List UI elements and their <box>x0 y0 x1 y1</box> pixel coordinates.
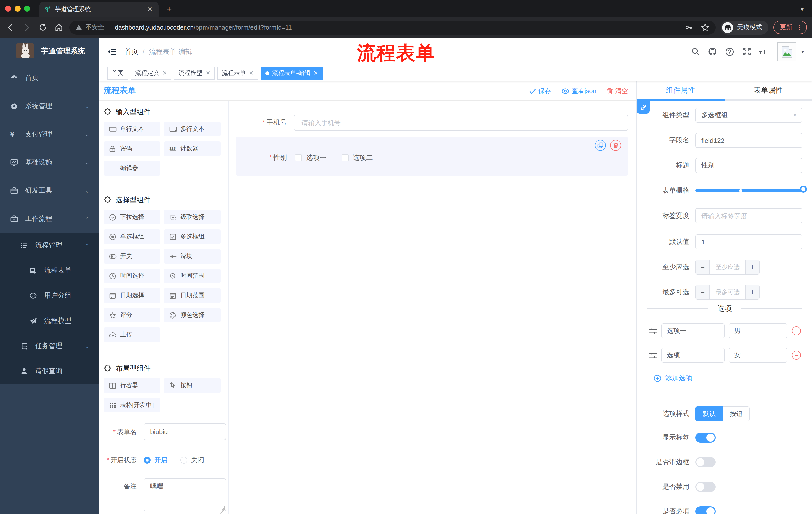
plus-icon[interactable]: ＋ <box>745 285 759 299</box>
tab-close-icon[interactable]: ✕ <box>146 5 154 13</box>
window-zoom-button[interactable] <box>24 5 30 11</box>
border-switch[interactable] <box>695 457 716 467</box>
title-input[interactable] <box>695 158 803 173</box>
forward-icon[interactable] <box>21 22 32 33</box>
help-icon[interactable] <box>725 47 734 56</box>
canvas-field-gender-selected[interactable]: *性别 选项一 选项二 <box>236 137 628 175</box>
view-json-button[interactable]: 查看json <box>561 86 597 95</box>
option-label-input[interactable] <box>661 348 725 362</box>
url-bar[interactable]: 不安全 dashboard.yudao.iocoder.cn/bpm/manag… <box>69 20 716 34</box>
link-tag[interactable] <box>637 101 650 114</box>
tag-process-definition[interactable]: 流程定义✕ <box>130 66 171 80</box>
required-switch[interactable] <box>695 507 716 514</box>
sidebar-item-leave-query[interactable]: 请假查询 <box>0 359 99 384</box>
form-name-input[interactable] <box>144 424 226 440</box>
close-icon[interactable]: ✕ <box>205 70 210 77</box>
component-chip-select[interactable]: 下拉选择 <box>104 210 160 224</box>
component-chip-multi-text[interactable]: 多行文本 <box>164 122 221 136</box>
phone-input[interactable] <box>294 115 628 131</box>
copy-field-button[interactable] <box>595 140 606 151</box>
home-icon[interactable] <box>53 22 64 33</box>
fullscreen-icon[interactable] <box>742 47 751 56</box>
tag-process-model[interactable]: 流程模型✕ <box>174 66 214 80</box>
github-icon[interactable] <box>708 47 717 56</box>
gender-opt1-label[interactable]: 选项一 <box>306 154 326 162</box>
disabled-switch[interactable] <box>695 482 716 492</box>
close-icon[interactable]: ✕ <box>162 70 167 77</box>
component-chip-table[interactable]: 表格[开发中] <box>104 398 160 412</box>
avatar-caret-icon[interactable]: ▼ <box>801 49 805 54</box>
minus-icon[interactable]: − <box>696 285 710 299</box>
form-remark-textarea[interactable]: 嘿嘿 <box>144 478 226 512</box>
sidebar-collapse-icon[interactable] <box>104 48 121 56</box>
component-chip-time-picker[interactable]: 时间选择 <box>104 269 160 283</box>
sidebar-item-process-mgmt[interactable]: 流程管理 ⌃ <box>0 233 99 258</box>
status-off-label[interactable]: 关闭 <box>191 456 204 465</box>
canvas-field-phone[interactable]: *手机号 <box>236 115 628 131</box>
status-off-radio[interactable] <box>180 457 187 464</box>
style-button-button[interactable]: 按钮 <box>723 406 750 422</box>
sidebar-item-devtools[interactable]: 研发工具 ⌄ <box>0 177 99 205</box>
slider-handle[interactable] <box>800 186 807 193</box>
drag-handle-icon[interactable] <box>649 351 657 359</box>
plus-icon[interactable]: ＋ <box>745 260 759 274</box>
bookmark-star-icon[interactable] <box>701 23 709 32</box>
add-option-button[interactable]: 添加选项 <box>654 374 803 383</box>
sidebar-logo[interactable]: 芋道管理系统 <box>0 38 99 64</box>
tab-form-props[interactable]: 表单属性 <box>724 81 812 101</box>
delete-field-button[interactable] <box>610 140 621 151</box>
gender-opt2-label[interactable]: 选项二 <box>352 154 373 162</box>
component-chip-switch[interactable]: 开关 <box>104 249 160 264</box>
tag-process-form-edit[interactable]: 流程表单-编辑✕ <box>261 66 322 80</box>
max-select-stepper[interactable]: − 最多可选 ＋ <box>695 285 760 300</box>
clear-button[interactable]: 清空 <box>607 86 628 95</box>
component-chip-date-picker[interactable]: 日期选择 <box>104 288 160 303</box>
option-label-input[interactable] <box>661 323 725 339</box>
tag-process-form[interactable]: 流程表单✕ <box>217 66 258 80</box>
component-chip-password[interactable]: 密码 <box>104 141 160 156</box>
font-size-icon[interactable]: TT <box>759 47 768 56</box>
gender-opt1-checkbox[interactable] <box>295 154 302 161</box>
search-icon[interactable] <box>691 47 700 56</box>
component-chip-counter[interactable]: 123计数器 <box>164 141 221 156</box>
save-button[interactable]: 保存 <box>529 86 551 95</box>
component-chip-rate[interactable]: 评分 <box>104 308 160 322</box>
component-chip-editor[interactable]: 编辑器 <box>104 161 160 175</box>
sidebar-item-workflow[interactable]: 工作流程 ⌃ <box>0 205 99 233</box>
drag-handle-icon[interactable] <box>649 327 657 335</box>
form-grid-slider[interactable] <box>695 183 803 198</box>
show-label-switch[interactable] <box>695 433 716 442</box>
default-value-input[interactable] <box>695 234 803 249</box>
component-chip-row-container[interactable]: 行容器 <box>104 378 160 393</box>
component-chip-color-picker[interactable]: 颜色选择 <box>164 308 221 322</box>
component-type-select[interactable] <box>695 108 803 123</box>
component-chip-slider[interactable]: 滑块 <box>164 249 221 264</box>
component-chip-upload[interactable]: 上传 <box>104 327 160 342</box>
component-chip-time-range[interactable]: 时间范围 <box>164 269 221 283</box>
reload-icon[interactable] <box>37 22 48 33</box>
component-chip-date-range[interactable]: 日期范围 <box>164 288 221 303</box>
component-chip-radio-group[interactable]: 单选框组 <box>104 229 160 244</box>
option-value-input[interactable] <box>729 323 787 339</box>
component-chip-single-text[interactable]: 单行文本 <box>104 122 160 136</box>
form-canvas[interactable]: *手机号 *性别 <box>229 101 636 514</box>
component-chip-cascader[interactable]: 级联选择 <box>164 210 221 224</box>
browser-tab[interactable]: 芋道管理系统 ✕ <box>39 1 159 17</box>
window-minimize-button[interactable] <box>14 5 21 11</box>
status-on-radio[interactable] <box>144 457 151 464</box>
close-icon[interactable]: ✕ <box>313 70 318 77</box>
avatar[interactable] <box>777 42 796 61</box>
sidebar-item-infra[interactable]: 基础设施 ⌄ <box>0 148 99 177</box>
browser-menu-icon[interactable]: ⋮ <box>796 25 803 30</box>
tab-component-props[interactable]: 组件属性 <box>637 81 724 101</box>
breadcrumb-home[interactable]: 首页 <box>125 47 138 56</box>
tag-home[interactable]: 首页 <box>107 66 128 80</box>
label-width-input[interactable] <box>695 208 803 223</box>
resize-grip-icon[interactable] <box>221 506 225 510</box>
sidebar-item-payment[interactable]: ¥ 支付管理 ⌄ <box>0 120 99 148</box>
new-tab-button[interactable]: ＋ <box>165 4 173 13</box>
sidebar-item-task-mgmt[interactable]: 任务管理 ⌄ <box>0 333 99 359</box>
sidebar-item-process-form[interactable]: 流程表单 <box>0 258 99 283</box>
update-button[interactable]: 更新 ⋮ <box>773 21 807 34</box>
sidebar-item-home[interactable]: 首页 <box>0 64 99 92</box>
